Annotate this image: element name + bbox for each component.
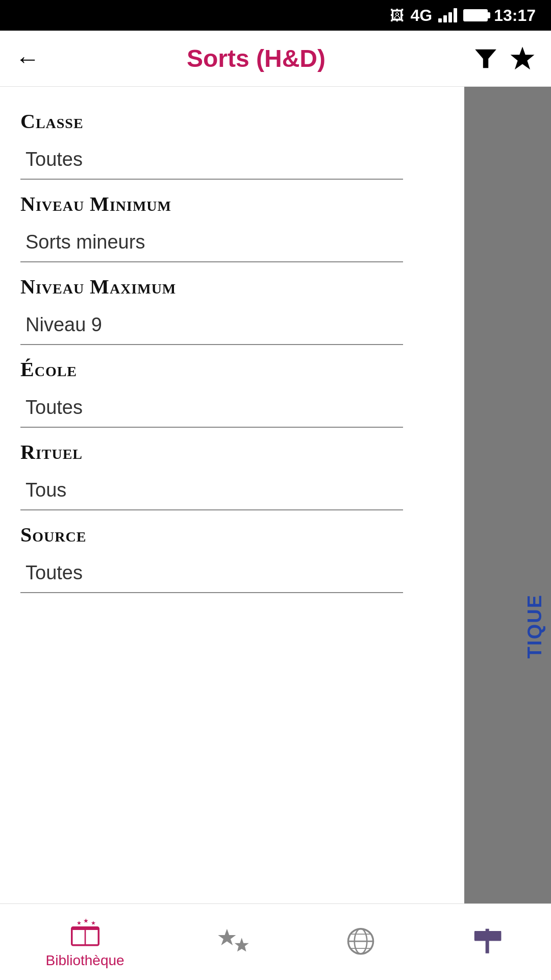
filter-section-rituel: Rituel Tous: [20, 440, 444, 510]
filter-label-rituel: Rituel: [20, 440, 444, 464]
page-title: Sorts (H&D): [40, 44, 472, 72]
globe-icon: [343, 923, 379, 957]
app-bar: ← Sorts (H&D): [0, 31, 551, 87]
library-icon: ★ ★ ★: [67, 915, 103, 948]
filter-label-niveau-maximum: Niveau Maximum: [20, 275, 444, 299]
nav-label-bibliotheque: Bibliothèque: [45, 952, 124, 969]
filter-section-source: Source Toutes: [20, 523, 444, 593]
battery-icon: [463, 9, 488, 21]
content-wrapper: Classe Toutes Niveau Minimum Sorts mineu…: [0, 87, 551, 924]
svg-marker-0: [475, 49, 496, 67]
network-type: 4G: [410, 6, 432, 25]
sign-icon: [470, 923, 506, 957]
filter-label-niveau-minimum: Niveau Minimum: [20, 192, 444, 216]
app-bar-actions: [472, 45, 536, 72]
nav-item-monde[interactable]: [343, 923, 379, 961]
svg-marker-9: [234, 938, 248, 951]
clock: 13:17: [494, 6, 536, 25]
filter-list: Classe Toutes Niveau Minimum Sorts mineu…: [0, 87, 464, 924]
stars-icon: [216, 923, 252, 957]
filter-label-classe: Classe: [20, 109, 444, 133]
filter-icon[interactable]: [472, 45, 499, 72]
filter-section-classe: Classe Toutes: [20, 109, 444, 180]
filter-value-ecole[interactable]: Toutes: [20, 388, 403, 428]
bottom-nav: ★ ★ ★ Bibliothèque: [0, 903, 551, 980]
status-icons: 🖼 4G 13:17: [390, 6, 536, 25]
signal-icon: [438, 8, 457, 22]
svg-text:★: ★: [83, 917, 88, 924]
side-panel-text: TIQUE: [524, 594, 546, 658]
svg-marker-1: [511, 46, 535, 69]
filter-section-ecole: École Toutes: [20, 357, 444, 428]
filter-value-source[interactable]: Toutes: [20, 554, 403, 593]
filter-section-niveau-minimum: Niveau Minimum Sorts mineurs: [20, 192, 444, 262]
filter-label-source: Source: [20, 523, 444, 547]
filter-value-classe[interactable]: Toutes: [20, 140, 403, 180]
nav-item-favoris[interactable]: [216, 923, 252, 961]
filter-label-ecole: École: [20, 357, 444, 381]
svg-text:★: ★: [90, 920, 95, 926]
filter-value-niveau-minimum[interactable]: Sorts mineurs: [20, 223, 403, 262]
filter-section-niveau-maximum: Niveau Maximum Niveau 9: [20, 275, 444, 345]
svg-text:★: ★: [76, 920, 81, 926]
filter-value-rituel[interactable]: Tous: [20, 471, 403, 510]
svg-marker-8: [218, 929, 236, 945]
nav-item-panneaux[interactable]: [470, 923, 506, 961]
filter-value-niveau-maximum[interactable]: Niveau 9: [20, 306, 403, 345]
side-panel: TIQUE: [464, 87, 551, 924]
status-bar: 🖼 4G 13:17: [0, 0, 551, 31]
nav-item-bibliotheque[interactable]: ★ ★ ★ Bibliothèque: [45, 915, 124, 969]
favorite-icon[interactable]: [509, 45, 536, 72]
photo-icon: 🖼: [390, 7, 404, 24]
back-button[interactable]: ←: [15, 46, 40, 71]
